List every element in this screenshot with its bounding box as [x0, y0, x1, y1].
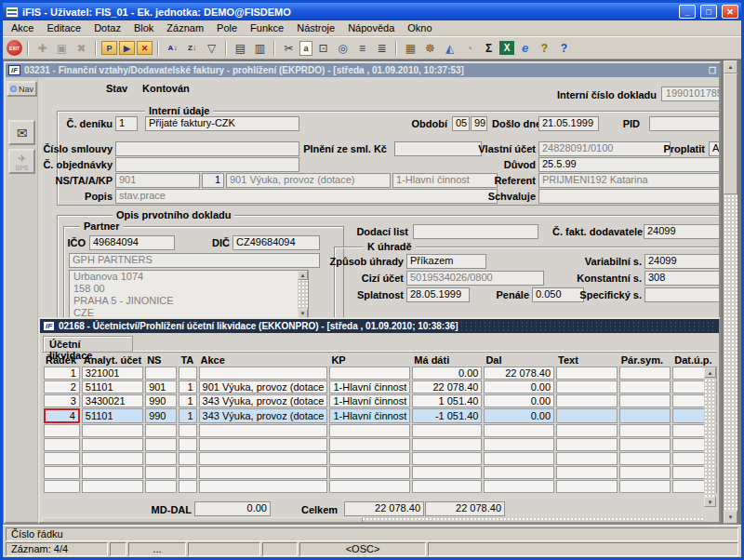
- find-icon[interactable]: ◎: [334, 40, 352, 57]
- referent-field[interactable]: PRIJMENI192 Katarina: [538, 173, 719, 188]
- table-cell[interactable]: [44, 438, 80, 451]
- clock-icon[interactable]: ◔: [460, 40, 478, 57]
- table-cell[interactable]: 0.00: [484, 394, 554, 407]
- menu-zaznam[interactable]: Záznam: [160, 21, 210, 34]
- record-list-icon[interactable]: ≡: [353, 40, 371, 57]
- table-cell[interactable]: [82, 424, 143, 437]
- menu-funkce[interactable]: Funkce: [244, 21, 290, 34]
- cislo-smlouvy-field[interactable]: [115, 141, 299, 156]
- cizi-ucet-field[interactable]: 5019534026/0800: [406, 271, 544, 286]
- table-cell[interactable]: [412, 424, 482, 437]
- table-cell[interactable]: 22 078.40: [484, 367, 554, 380]
- zpusob-field[interactable]: Příkazem: [406, 254, 486, 269]
- table-cell[interactable]: [199, 452, 328, 465]
- table-cell[interactable]: [556, 452, 618, 465]
- print-icon[interactable]: ▤: [232, 40, 249, 57]
- current-record-indicator[interactable]: 4: [44, 408, 80, 423]
- table-vertical-scrollbar[interactable]: ▲ ▼: [704, 367, 716, 507]
- insert-record-icon[interactable]: ✚: [33, 40, 51, 57]
- table-cell[interactable]: [44, 452, 80, 465]
- excel-export-icon[interactable]: X: [499, 41, 514, 55]
- cancel-query-icon[interactable]: ✕: [137, 41, 153, 55]
- table-cell[interactable]: [556, 438, 618, 451]
- obdobi-month-field[interactable]: 05: [452, 116, 470, 131]
- variabilni-field[interactable]: 24099: [644, 254, 719, 269]
- table-cell[interactable]: [329, 424, 410, 437]
- table-cell[interactable]: 1-Hlavní činnost: [329, 394, 410, 407]
- table-cell[interactable]: [179, 367, 196, 380]
- table-cell[interactable]: [619, 367, 671, 380]
- table-cell[interactable]: 0.00: [484, 408, 554, 423]
- table-cell[interactable]: [145, 424, 177, 437]
- table-cell[interactable]: 1-Hlavní činnost: [329, 380, 410, 393]
- exit-icon[interactable]: EXIT: [7, 40, 22, 56]
- table-cell[interactable]: 51101: [82, 408, 143, 423]
- paste-icon[interactable]: a: [299, 41, 312, 56]
- duvod-field[interactable]: 25.5.99: [538, 157, 719, 172]
- table-cell[interactable]: [82, 438, 143, 451]
- table-cell[interactable]: [82, 480, 143, 493]
- table-cell[interactable]: 901 Výuka, provoz (dotace: [199, 380, 328, 393]
- address-scrollbar[interactable]: ▲ ▼: [298, 271, 308, 318]
- dic-field[interactable]: CZ49684094: [232, 235, 320, 250]
- specificky-field[interactable]: [644, 287, 719, 302]
- scroll-up-icon[interactable]: ▲: [724, 60, 737, 73]
- execute-query-icon[interactable]: ▶: [119, 41, 135, 55]
- partner-name-field[interactable]: GPH PARTNERS: [69, 253, 320, 268]
- table-cell[interactable]: [484, 424, 554, 437]
- ta-field[interactable]: 1: [202, 173, 224, 188]
- table-cell[interactable]: 3430021: [82, 394, 143, 407]
- c-deniku-field[interactable]: 1: [115, 116, 138, 131]
- table-cell[interactable]: 2: [44, 380, 80, 393]
- table-cell[interactable]: [556, 380, 618, 393]
- table-cell[interactable]: [145, 438, 177, 451]
- table-cell[interactable]: [329, 466, 410, 479]
- block-list-icon[interactable]: ≣: [373, 40, 391, 57]
- proplatit-field[interactable]: A: [709, 141, 719, 156]
- menu-blok[interactable]: Blok: [127, 21, 160, 34]
- table-cell[interactable]: [556, 480, 618, 493]
- table-cell[interactable]: 0.00: [412, 367, 482, 380]
- table-cell[interactable]: [412, 452, 482, 465]
- table-cell[interactable]: [44, 480, 80, 493]
- table-cell[interactable]: 1-Hlavní činnost: [329, 408, 410, 423]
- table-cell[interactable]: [44, 424, 80, 437]
- table-cell[interactable]: [179, 480, 196, 493]
- denik-name-field[interactable]: Přijaté faktury-CZK: [145, 116, 299, 131]
- table-cell[interactable]: [199, 480, 328, 493]
- navigator-wheel-icon[interactable]: ☸: [421, 40, 439, 57]
- sum-icon[interactable]: Σ: [480, 40, 498, 57]
- vlastni-ucet-field[interactable]: 24828091/0100: [538, 141, 671, 156]
- table-cell[interactable]: [199, 466, 328, 479]
- restore-icon[interactable]: ❐: [709, 66, 716, 75]
- table-cell[interactable]: [619, 452, 671, 465]
- table-horizontal-scrollbar[interactable]: [42, 517, 704, 522]
- splatnost-field[interactable]: 28.05.1999: [406, 287, 470, 302]
- table-cell[interactable]: [412, 438, 482, 451]
- table-cell[interactable]: 990: [145, 408, 177, 423]
- table-cell[interactable]: [44, 466, 80, 479]
- table-cell[interactable]: [412, 480, 482, 493]
- table-cell[interactable]: [82, 466, 143, 479]
- table-cell[interactable]: [179, 466, 196, 479]
- menu-pole[interactable]: Pole: [210, 21, 244, 34]
- table-cell[interactable]: [329, 452, 410, 465]
- table-cell[interactable]: [179, 452, 196, 465]
- table-cell[interactable]: [412, 466, 482, 479]
- minimize-button[interactable]: _: [679, 5, 696, 19]
- table-cell[interactable]: [179, 424, 196, 437]
- tab-ucetni-likvidace[interactable]: Účetní likvidace: [43, 336, 133, 352]
- ico-field[interactable]: 49684094: [89, 235, 175, 250]
- scroll-up-icon[interactable]: ▲: [298, 271, 308, 280]
- table-cell[interactable]: [199, 424, 328, 437]
- table-cell[interactable]: [199, 438, 328, 451]
- maximize-button[interactable]: □: [700, 5, 717, 19]
- help-icon[interactable]: ?: [555, 40, 573, 57]
- menu-dotaz[interactable]: Dotaz: [87, 21, 127, 34]
- table-cell[interactable]: [145, 466, 177, 479]
- scrollbar-thumb[interactable]: [724, 73, 737, 194]
- print-setup-icon[interactable]: ▥: [251, 40, 269, 57]
- table-cell[interactable]: [619, 466, 671, 479]
- mdi-vertical-scrollbar[interactable]: ▲ ▼: [724, 60, 737, 524]
- table-cell[interactable]: [82, 452, 143, 465]
